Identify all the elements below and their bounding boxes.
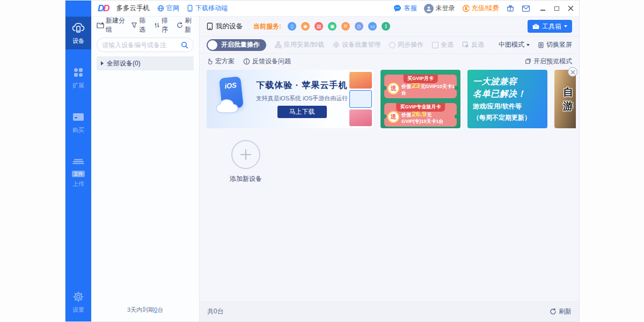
- window-controls: [539, 5, 574, 12]
- yen-circle-icon: [462, 4, 470, 12]
- device-search-box: [97, 38, 194, 52]
- banner-partial-game[interactable]: 自游: [554, 70, 576, 128]
- hand-click-icon: [207, 58, 213, 65]
- coupon-ribbon: 买GVIP月卡: [403, 75, 438, 83]
- sidebar-item-file-upload[interactable]: 文件 上传: [65, 150, 91, 192]
- compat-line3: 游戏/应用/软件等: [473, 102, 542, 111]
- new-group-button[interactable]: 新建分组: [97, 16, 125, 34]
- card-icon: [72, 111, 85, 123]
- sidebar-item-label: 扩展: [72, 82, 84, 90]
- current-service-label: 当前服务:: [253, 22, 281, 31]
- view-mode-dropdown[interactable]: 中图模式: [499, 40, 530, 49]
- refresh-button[interactable]: 刷新: [177, 16, 194, 34]
- service-monitor-icon[interactable]: ▭: [368, 22, 377, 31]
- file-upload-icon: [72, 155, 85, 168]
- switch-portrait-button[interactable]: 切换竖屏: [538, 40, 572, 49]
- select-all-checkbox[interactable]: 全选: [432, 40, 453, 49]
- banner-gvip-coupons[interactable]: 买GVIP月卡 送 价值23元GVIP10天卡1台 买GVIP专业版月卡 送 价…: [380, 70, 460, 128]
- mail-icon[interactable]: [522, 4, 530, 13]
- sidebar-item-label: 上传: [72, 180, 84, 188]
- add-new-device-button[interactable]: 添加新设备: [225, 140, 266, 184]
- banner-thumb-3[interactable]: [349, 109, 372, 126]
- gift-icon[interactable]: [506, 4, 515, 13]
- batch-mode-toggle[interactable]: 开启批量操作: [207, 39, 266, 51]
- cloud-phone-icon: [72, 21, 85, 34]
- apps-grid-icon: [275, 41, 282, 48]
- banner-close-icon[interactable]: [568, 67, 577, 77]
- coupon-gvip-month[interactable]: 买GVIP月卡 送 价值23元GVIP10天卡1台: [384, 75, 457, 98]
- invert-selection-button[interactable]: 反选: [462, 40, 484, 49]
- app-install-uninstall-button[interactable]: 应用安装/卸载: [275, 40, 324, 49]
- extensions-icon: [72, 66, 85, 79]
- portrait-screen-icon: [538, 42, 544, 48]
- plus-circle-icon: [231, 140, 260, 169]
- maximize-button[interactable]: [553, 5, 560, 12]
- sidebar-item-label: 购买: [72, 126, 84, 134]
- toolbox-button[interactable]: 工具箱: [528, 20, 572, 33]
- device-total-label: 共0台: [207, 307, 224, 316]
- folder-plus-icon: [97, 22, 104, 28]
- sync-operation-radio[interactable]: 同步操作: [389, 40, 423, 49]
- sidebar-item-extensions[interactable]: 扩展: [65, 61, 91, 94]
- download-mobile-link[interactable]: 下载移动端: [187, 4, 228, 13]
- gear-icon: [333, 41, 340, 48]
- banner-ios-cloud-phone[interactable]: iOS 下载体验 · 苹果云手机 支持真是iOS系统 iOS手游自由运行 马上下…: [207, 70, 374, 128]
- macro-scheme-button[interactable]: 宏方案: [207, 57, 235, 66]
- minimize-button[interactable]: [539, 5, 546, 12]
- preview-mode-button[interactable]: 开启预览模式: [525, 57, 572, 66]
- briefcase-icon: [532, 23, 539, 30]
- expiry-summary: 3天内到期0台: [91, 299, 199, 321]
- main-footer: 共0台 刷新: [200, 301, 579, 321]
- download-now-button[interactable]: 马上下载: [277, 106, 327, 118]
- sidebar-item-devices[interactable]: 设备: [65, 17, 91, 49]
- batch-operations-bar: 开启批量操作 应用安装/卸载: [200, 36, 579, 54]
- close-button[interactable]: [567, 5, 574, 12]
- toggle-knob: [208, 40, 217, 50]
- sort-button[interactable]: 排序: [154, 16, 171, 34]
- refresh-icon: [550, 308, 557, 315]
- avatar: [424, 4, 434, 13]
- ios-banner-title: 下载体验 · 苹果云手机: [256, 80, 347, 91]
- checkbox-icon: [432, 42, 438, 48]
- info-circle-icon: [243, 58, 250, 65]
- headset-chat-icon: [393, 4, 402, 12]
- filter-button[interactable]: 筛选: [131, 16, 148, 34]
- sidebar-item-label: 设置: [72, 306, 84, 314]
- preview-frame-icon: [525, 58, 531, 64]
- service-location-icon[interactable]: ◉: [301, 22, 310, 31]
- device-batch-manage-button[interactable]: 设备批量管理: [333, 40, 380, 49]
- device-search-input[interactable]: [102, 41, 178, 49]
- compat-line1: 一大波兼容: [473, 76, 542, 87]
- app-title: 多多云手机: [116, 4, 150, 13]
- group-row-all-devices[interactable]: 全部设备(0): [97, 56, 194, 70]
- banner-compatibility-list[interactable]: 一大波兼容 名单已解决！ 游戏/应用/软件等 （每周不定期更新）: [467, 70, 547, 128]
- sidebar-item-purchase[interactable]: 购买: [65, 106, 91, 138]
- main-area: 我的设备 当前服务: ▯ ◉ ▤ ▣ R ◷ ▭ ↥: [200, 17, 579, 321]
- feedback-device-issue-button[interactable]: 反馈设备问题: [243, 57, 291, 66]
- service-upload-icon[interactable]: ↥: [382, 22, 390, 31]
- sidebar-item-settings[interactable]: 设置: [65, 286, 91, 318]
- banner-thumb-1[interactable]: [349, 72, 372, 89]
- service-rotate-icon[interactable]: ◷: [355, 22, 363, 31]
- globe-icon: [157, 5, 164, 12]
- banner-thumb-2-active[interactable]: [349, 90, 372, 108]
- topbar: DD 多多云手机 官网 下载移动端: [91, 1, 579, 17]
- funnel-icon: [131, 22, 137, 28]
- service-cloud-phone-icon[interactable]: ▯: [288, 22, 296, 31]
- expand-triangle-icon: [101, 61, 104, 65]
- coupon-gvip-pro-month[interactable]: 买GVIP专业版月卡 送 价值26.9元GVIP(专)10天卡1台: [384, 103, 457, 127]
- recharge-renew-button[interactable]: 充值/续费: [462, 4, 499, 13]
- gift-badge: 送: [387, 111, 399, 123]
- login-status[interactable]: 未登录: [424, 4, 455, 13]
- search-icon[interactable]: [181, 41, 188, 49]
- service-root-icon[interactable]: R: [341, 22, 350, 31]
- ios-illustration: iOS: [207, 70, 254, 128]
- gear-icon: [72, 290, 85, 303]
- official-site-link[interactable]: 官网: [157, 4, 179, 13]
- service-sim-card-icon[interactable]: ▤: [314, 22, 323, 31]
- sidebar-item-label: 设备: [72, 37, 84, 45]
- macro-bar: 宏方案 反馈设备问题: [200, 54, 579, 69]
- service-screen-icon[interactable]: ▣: [328, 22, 336, 31]
- refresh-list-button[interactable]: 刷新: [550, 307, 572, 316]
- customer-service-button[interactable]: 客服: [393, 4, 417, 13]
